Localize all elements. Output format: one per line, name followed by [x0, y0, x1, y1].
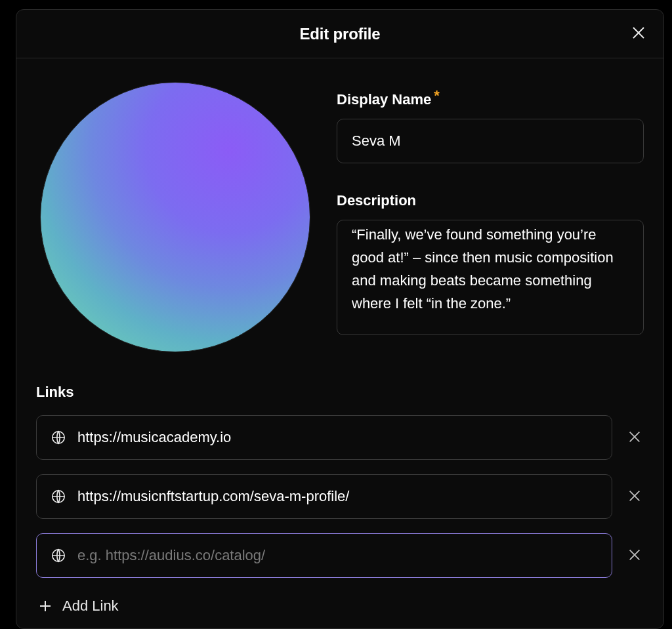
link-row — [36, 415, 644, 460]
add-link-label: Add Link — [62, 598, 119, 615]
top-row: Display Name * Description “Finally, we’… — [36, 82, 644, 352]
link-input[interactable] — [77, 488, 597, 505]
link-input[interactable] — [77, 429, 597, 446]
modal-header: Edit profile — [16, 10, 663, 58]
link-row — [36, 474, 644, 519]
modal-body: Display Name * Description “Finally, we’… — [16, 58, 663, 615]
link-input-wrap[interactable] — [36, 533, 612, 578]
close-icon — [627, 489, 642, 505]
link-input-wrap[interactable] — [36, 474, 612, 519]
display-name-input[interactable] — [337, 119, 644, 163]
required-star-icon: * — [434, 89, 440, 103]
edit-profile-modal: Edit profile Display Name * — [16, 9, 664, 629]
close-icon — [627, 548, 642, 564]
avatar-column — [36, 82, 310, 352]
description-label-text: Description — [337, 192, 416, 209]
close-button[interactable] — [628, 24, 649, 45]
fields-column: Display Name * Description “Finally, we’… — [337, 82, 644, 352]
remove-link-button[interactable] — [625, 546, 644, 565]
link-input[interactable] — [77, 547, 597, 564]
description-label: Description — [337, 192, 644, 209]
globe-icon — [51, 430, 66, 445]
links-section: Links Add Link — [36, 384, 644, 615]
links-label: Links — [36, 384, 644, 401]
description-input[interactable]: “Finally, we’ve found something you’re g… — [337, 220, 644, 335]
links-list — [36, 415, 644, 578]
avatar[interactable] — [40, 82, 310, 352]
remove-link-button[interactable] — [625, 428, 644, 447]
modal-title: Edit profile — [300, 25, 381, 43]
add-link-button[interactable]: Add Link — [36, 592, 119, 615]
plus-icon — [39, 599, 52, 613]
display-name-label: Display Name * — [337, 91, 644, 108]
description-group: Description “Finally, we’ve found someth… — [337, 192, 644, 338]
close-icon — [631, 25, 646, 43]
link-input-wrap[interactable] — [36, 415, 612, 460]
display-name-label-text: Display Name — [337, 91, 431, 108]
close-icon — [627, 430, 642, 446]
globe-icon — [51, 548, 66, 563]
display-name-group: Display Name * — [337, 91, 644, 163]
globe-icon — [51, 489, 66, 504]
remove-link-button[interactable] — [625, 487, 644, 506]
link-row — [36, 533, 644, 578]
